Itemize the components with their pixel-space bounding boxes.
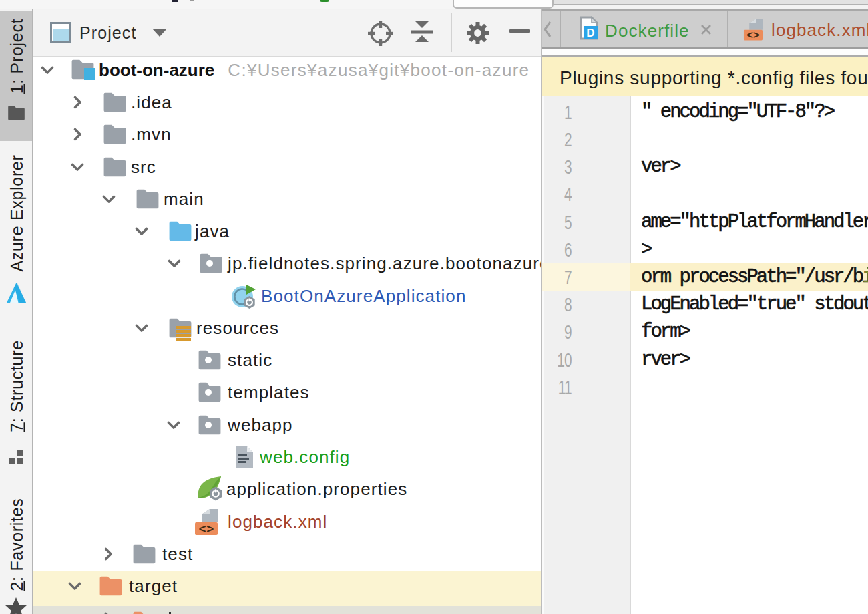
svg-text:D: D	[586, 27, 594, 39]
svg-text:<>: <>	[199, 522, 214, 537]
svg-text:<>: <>	[747, 30, 760, 42]
